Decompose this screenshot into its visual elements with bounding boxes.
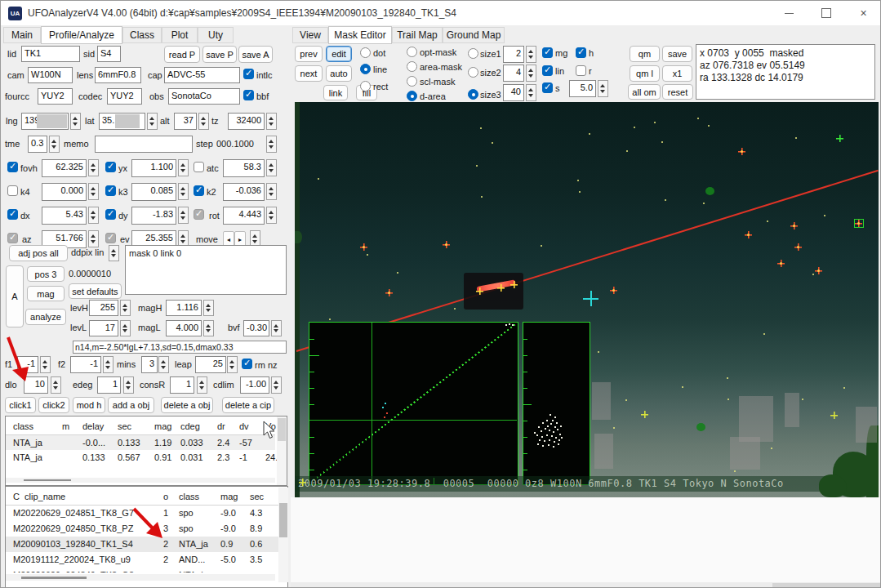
- adj-pos-all-button[interactable]: adj pos all: [9, 245, 68, 261]
- size1-field[interactable]: 2: [503, 46, 524, 63]
- atc-checkbox[interactable]: [194, 162, 204, 172]
- clip-row[interactable]: M20191112_220024_TK8_u9 2 AND... -5.0 3.…: [6, 552, 278, 568]
- set-defaults-button[interactable]: set defaults: [69, 283, 122, 299]
- atc-field[interactable]: 58.3: [223, 159, 265, 177]
- mod-h-button[interactable]: mod h: [73, 397, 105, 413]
- r-checkbox[interactable]: [576, 65, 586, 76]
- f1-spinner[interactable]: [40, 356, 51, 373]
- tab-uty[interactable]: Uty: [198, 27, 234, 43]
- levh-field[interactable]: 255: [89, 300, 118, 316]
- delete-a-obj-button[interactable]: delete a obj: [161, 397, 213, 413]
- lid-field[interactable]: TK1: [21, 46, 80, 62]
- fovh-field[interactable]: 62.325: [42, 159, 87, 177]
- magh-spinner[interactable]: [203, 300, 214, 316]
- col-dv[interactable]: dv: [239, 421, 249, 431]
- link-button[interactable]: link: [323, 85, 348, 100]
- x1-button[interactable]: x1: [662, 65, 692, 82]
- magl-spinner[interactable]: [203, 320, 214, 336]
- dx-checkbox[interactable]: [7, 209, 18, 220]
- f2-field[interactable]: -1: [70, 356, 101, 373]
- col-class[interactable]: class: [13, 421, 33, 431]
- clip-table-hscrollbar[interactable]: [6, 574, 275, 581]
- scroll-thumb[interactable]: [278, 418, 286, 441]
- dot-radio[interactable]: [360, 47, 371, 58]
- size2-spinner[interactable]: [526, 65, 536, 82]
- col-m[interactable]: m: [62, 421, 69, 431]
- qm-l-button[interactable]: qm l: [630, 65, 660, 82]
- tab-ground-map[interactable]: Ground Map: [443, 27, 505, 43]
- dx-field[interactable]: 5.43: [42, 207, 87, 225]
- levh-spinner[interactable]: [120, 300, 131, 316]
- auto-button[interactable]: auto: [326, 65, 352, 82]
- area-mask-radio[interactable]: [407, 61, 417, 72]
- pos3-button[interactable]: pos 3: [27, 266, 65, 282]
- scroll-thumb[interactable]: [21, 577, 87, 579]
- sid-field[interactable]: S4: [97, 46, 121, 62]
- scroll-thumb[interactable]: [279, 503, 287, 537]
- leap-spinner[interactable]: [227, 356, 238, 373]
- col-clip-name[interactable]: C clip_name: [13, 492, 65, 501]
- maximize-button[interactable]: [808, 1, 845, 25]
- leap-field[interactable]: 25: [195, 356, 226, 373]
- levl-spinner[interactable]: [120, 320, 131, 336]
- click1-button[interactable]: click1: [5, 397, 36, 413]
- yx-field[interactable]: 1.100: [131, 159, 176, 177]
- bvf-spinner[interactable]: [271, 320, 282, 336]
- levl-field[interactable]: 17: [89, 320, 118, 336]
- memo-field[interactable]: [95, 136, 193, 153]
- save-p-button[interactable]: save P: [202, 46, 237, 63]
- scl-mask-radio[interactable]: [407, 76, 417, 87]
- next-button[interactable]: next: [295, 65, 323, 82]
- click2-button[interactable]: click2: [38, 397, 69, 413]
- size1-radio[interactable]: [468, 48, 478, 59]
- qm-button[interactable]: qm: [630, 46, 660, 62]
- d-area-radio[interactable]: [407, 91, 417, 101]
- rot-spinner[interactable]: [266, 207, 277, 224]
- ddpix-lin-spinner[interactable]: [109, 245, 119, 261]
- obs-field[interactable]: SonotaCo: [168, 88, 240, 105]
- col-mag2[interactable]: mag: [220, 492, 238, 501]
- analyze-button[interactable]: analyze: [25, 309, 66, 325]
- col-dr[interactable]: dr: [217, 421, 225, 431]
- az-spinner[interactable]: [88, 230, 99, 247]
- col-class2[interactable]: class: [179, 492, 199, 501]
- dy-field[interactable]: -1.83: [131, 207, 176, 225]
- line-radio[interactable]: [360, 64, 371, 74]
- tab-trail-map[interactable]: Trail Map: [392, 27, 443, 43]
- mins-field[interactable]: 3: [141, 356, 158, 373]
- k2-spinner[interactable]: [266, 183, 277, 200]
- add-a-obj-button[interactable]: add a obj: [108, 397, 154, 413]
- yx-checkbox[interactable]: [105, 162, 116, 172]
- edit-button[interactable]: edit: [326, 46, 352, 62]
- tab-plot[interactable]: Plot: [162, 27, 198, 43]
- minimize-button[interactable]: [770, 1, 808, 25]
- object-table-row[interactable]: NTA_ja -0.0... 0.133 1.19 0.033 2.4 -57: [6, 435, 275, 450]
- reset-button[interactable]: reset: [662, 84, 693, 100]
- k2-field[interactable]: -0.036: [223, 183, 265, 201]
- all-om-button[interactable]: all om: [628, 84, 661, 100]
- delete-a-cip-button[interactable]: delete a cip: [222, 397, 274, 413]
- alt-field[interactable]: 37: [174, 113, 197, 130]
- f2-spinner[interactable]: [103, 356, 113, 373]
- size2-field[interactable]: 4: [503, 65, 524, 82]
- clip-row-partial[interactable]: M20220629_024849_TK8_G8 NTA_ja: [6, 568, 278, 572]
- tab-mask-editor[interactable]: Mask Editor: [328, 26, 392, 44]
- size2-radio[interactable]: [468, 67, 478, 78]
- bbf-checkbox[interactable]: [243, 90, 254, 100]
- fovh-spinner[interactable]: [88, 159, 99, 176]
- col-o[interactable]: o: [163, 492, 168, 501]
- edeg-field[interactable]: 1: [97, 376, 121, 394]
- k4-spinner[interactable]: [88, 183, 99, 200]
- close-button[interactable]: ×: [845, 1, 881, 25]
- h-checkbox[interactable]: [576, 47, 586, 58]
- rot-checkbox[interactable]: [194, 209, 204, 220]
- az-checkbox[interactable]: [7, 233, 18, 243]
- cam-field[interactable]: W100N: [28, 67, 73, 83]
- s-field[interactable]: 5.0: [569, 80, 596, 97]
- save-a-button[interactable]: save A: [238, 46, 273, 63]
- col-cdeg[interactable]: cdeg: [180, 421, 200, 431]
- tab-view[interactable]: View: [292, 27, 328, 43]
- consr-spinner[interactable]: [197, 376, 207, 394]
- size3-radio[interactable]: [468, 89, 478, 100]
- cdlim-spinner[interactable]: [271, 376, 282, 394]
